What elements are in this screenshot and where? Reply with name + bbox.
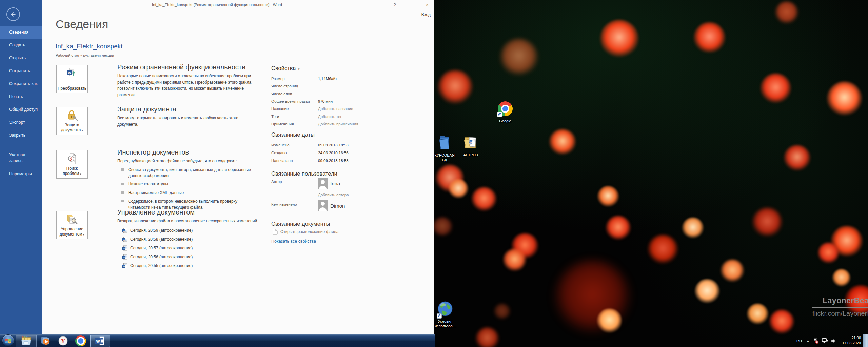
taskbar-wmp-button[interactable] (38, 335, 54, 347)
sign-in-link[interactable]: Вход (421, 12, 431, 17)
sidebar-item-общий-доступ[interactable]: Общий доступ (0, 103, 42, 116)
desktop-icon-artroz[interactable]: WАРТРОЗ (458, 135, 484, 157)
properties-header[interactable]: Свойства ▾ (271, 65, 300, 72)
globe-icon (437, 301, 453, 318)
autosave-version-item[interactable]: WСегодня, 20:58 (автосохранение) (117, 237, 259, 242)
start-button[interactable] (1, 334, 15, 347)
explorer-icon (20, 335, 32, 346)
date-value: 24.03.2010 16:56 (318, 151, 349, 155)
desktop-icon-google[interactable]: Google (492, 101, 518, 123)
date-value: 09.09.2013 18:53 (318, 143, 349, 147)
manage-button[interactable]: Управление документом▾ (56, 211, 88, 239)
word-file-icon: W (122, 263, 127, 268)
bokeh-light (721, 259, 744, 283)
sidebar-item-сохранить[interactable]: Сохранить (0, 64, 42, 77)
open-file-location-link[interactable]: Открыть расположение файла (273, 229, 338, 235)
close-icon[interactable]: × (422, 1, 432, 9)
desktop-icon-kursovaya[interactable]: КУРСОВАЯБД (432, 135, 457, 162)
modified-by-label: Кем изменено (271, 202, 297, 206)
document-title: Inf_ka_Elektr_konspekt (56, 43, 123, 50)
property-row: ТегиДобавить тег (271, 113, 383, 120)
property-label: Теги (271, 115, 318, 119)
show-all-properties-link[interactable]: Показать все свойства (271, 239, 316, 244)
chrome-icon (498, 101, 513, 116)
bokeh-light (827, 81, 862, 117)
bokeh-light (682, 217, 704, 239)
bokeh-light (432, 217, 453, 237)
sidebar-item-учетная-запись[interactable]: Учетная запись (0, 149, 38, 168)
watermark-title: LayonerBeast (812, 296, 868, 305)
protect-section: Защита документаВсе могут открывать, коп… (117, 105, 259, 127)
autosave-version-label: Сегодня, 20:59 (автосохранение) (130, 228, 193, 233)
bokeh-light (831, 226, 863, 258)
taskbar: YW RU ▲ 21:00 17.03.2020 (0, 334, 435, 347)
taskbar-explorer-button[interactable] (16, 335, 37, 347)
bokeh-light (693, 22, 726, 54)
compatibility-button[interactable]: WПреобразовать (56, 65, 88, 93)
property-row: ПримечанияДобавить примечания (271, 120, 383, 128)
author-label: Автор (271, 180, 282, 184)
property-value[interactable]: Добавить тег (318, 115, 342, 119)
add-author-link[interactable]: Добавить автора (318, 193, 349, 197)
inspect-button[interactable]: Поиск проблем▾ (56, 150, 88, 179)
word-file-icon: W (122, 237, 127, 242)
property-label: Размер (271, 77, 318, 81)
taskbar-yandex-button[interactable]: Y (55, 335, 71, 347)
property-value[interactable]: Добавить примечания (318, 122, 358, 126)
taskbar-word-button[interactable]: W (90, 335, 110, 347)
restore-icon[interactable] (412, 1, 421, 9)
manage-description: Возврат, извлечение файла и восстановлен… (117, 218, 259, 224)
svg-text:W: W (123, 247, 125, 250)
sidebar-item-сохранить-как[interactable]: Сохранить как (0, 77, 42, 90)
autosave-version-item[interactable]: WСегодня, 20:56 (автосохранение) (117, 254, 259, 260)
manage-button-label: Управление документом▾ (57, 227, 87, 237)
tray-expand-icon[interactable]: ▲ (805, 334, 811, 347)
minimize-icon[interactable]: – (401, 1, 410, 9)
sidebar-item-сведения[interactable]: Сведения (0, 26, 42, 39)
screen: GoogleКУРСОВАЯБДWАРТРОЗУсловияиспользов.… (0, 0, 868, 347)
sidebar-item-печать[interactable]: Печать (0, 90, 42, 103)
sidebar-item-экспорт[interactable]: Экспорт (0, 116, 42, 129)
protect-button[interactable]: Защита документа▾ (56, 107, 88, 135)
docfolder-icon: W (463, 135, 478, 151)
taskbar-chrome-task-button[interactable] (73, 335, 89, 347)
sidebar-item-открыть[interactable]: Открыть (0, 52, 42, 64)
autosave-version-item[interactable]: WСегодня, 20:57 (автосохранение) (117, 245, 259, 251)
volume-icon[interactable] (829, 334, 837, 347)
bokeh-light (597, 186, 619, 208)
help-icon[interactable]: ? (390, 1, 399, 9)
inspector-bullet-item: Настраиваемые XML-данные (117, 190, 259, 196)
autosave-version-item[interactable]: WСегодня, 20:59 (автосохранение) (117, 228, 259, 233)
modifier-name[interactable]: Dimon (330, 203, 345, 209)
property-row: Общее время правки970 мин (271, 98, 383, 105)
desktop-icon-usloviya[interactable]: Условияиспользов... (432, 301, 458, 328)
taskbar-clock[interactable]: 21:00 17.03.2020 (840, 335, 861, 346)
property-label: Число страниц (271, 84, 318, 88)
property-value[interactable]: Добавить название (318, 107, 353, 111)
svg-text:W: W (96, 339, 100, 343)
back-button[interactable] (6, 7, 20, 21)
inspector-bullet-item: Нижние колонтитулы (117, 181, 259, 187)
inspector-bullet-item: Свойства документа, имя автора, связанны… (117, 167, 259, 179)
bokeh-light (775, 1, 798, 25)
bullet-text: Свойства документа, имя автора, связанны… (128, 167, 259, 179)
bullet-text: Нижние колонтитулы (128, 181, 168, 187)
bokeh-light (769, 309, 794, 335)
bullet-square-icon (121, 200, 124, 202)
property-value: 1,14Мбайт (318, 77, 337, 81)
date-row: Напечатано09.09.2013 18:53 (271, 157, 383, 164)
sidebar-item-закрыть[interactable]: Закрыть (0, 129, 42, 142)
bokeh-light (448, 179, 469, 199)
inspect-button-label: Поиск проблем▾ (57, 166, 87, 177)
autosave-version-item[interactable]: WСегодня, 20:55 (автосохранение) (117, 263, 259, 268)
date-row: Изменено09.09.2013 18:53 (271, 141, 383, 149)
show-desktop-button[interactable] (863, 334, 868, 347)
sidebar-item-параметры[interactable]: Параметры (0, 168, 38, 187)
action-center-flag-icon[interactable] (812, 334, 820, 347)
property-label: Общее время правки (271, 99, 318, 103)
bullet-square-icon (121, 183, 124, 185)
network-icon[interactable] (821, 334, 829, 347)
sidebar-item-создать[interactable]: Создать (0, 39, 42, 52)
author-name[interactable]: Irina (330, 181, 340, 186)
language-indicator[interactable]: RU (794, 334, 804, 347)
